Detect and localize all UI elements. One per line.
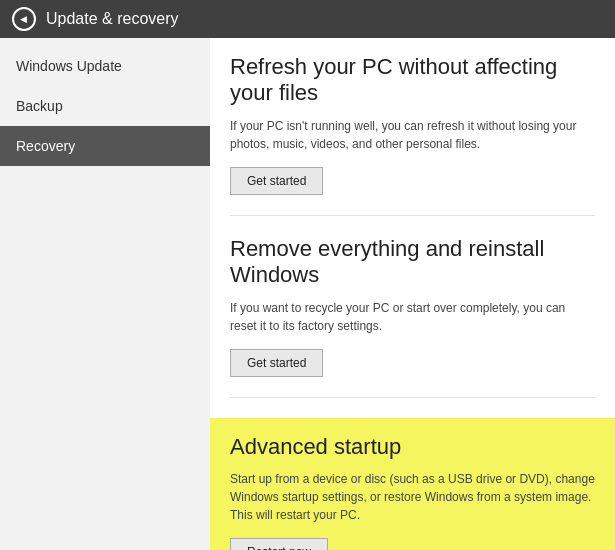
section-advanced: Advanced startup Start up from a device … — [210, 418, 615, 550]
reset-desc: If you want to recycle your PC or start … — [230, 299, 595, 335]
restart-now-button[interactable]: Restart now — [230, 538, 328, 550]
refresh-title: Refresh your PC without affecting your f… — [230, 54, 595, 107]
sidebar: Windows Update Backup Recovery — [0, 38, 210, 550]
header-title: Update & recovery — [46, 10, 179, 28]
header: Update & recovery — [0, 0, 615, 38]
sidebar-item-windows-update[interactable]: Windows Update — [0, 46, 210, 86]
section-reset: Remove everything and reinstall Windows … — [230, 236, 595, 398]
sidebar-item-recovery[interactable]: Recovery — [0, 126, 210, 166]
advanced-desc: Start up from a device or disc (such as … — [230, 470, 595, 524]
reset-get-started-button[interactable]: Get started — [230, 349, 323, 377]
advanced-title: Advanced startup — [230, 434, 595, 460]
section-refresh: Refresh your PC without affecting your f… — [230, 54, 595, 216]
main-content: Refresh your PC without affecting your f… — [210, 38, 615, 550]
sidebar-item-backup[interactable]: Backup — [0, 86, 210, 126]
refresh-desc: If your PC isn't running well, you can r… — [230, 117, 595, 153]
reset-title: Remove everything and reinstall Windows — [230, 236, 595, 289]
refresh-get-started-button[interactable]: Get started — [230, 167, 323, 195]
back-icon[interactable] — [12, 7, 36, 31]
layout: Windows Update Backup Recovery Refresh y… — [0, 38, 615, 550]
